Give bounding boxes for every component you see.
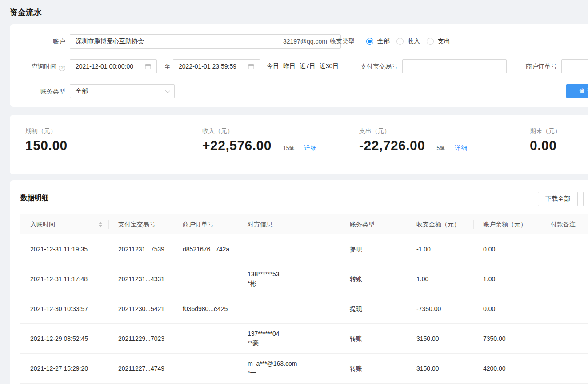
cell-amount-text: 3150.00 (416, 334, 473, 344)
cell-note (541, 354, 588, 383)
cell-time-text: 2021-12-31 11:17:48 (30, 275, 108, 284)
closing-label: 期末（元） (530, 127, 561, 135)
radio-expense-icon (427, 38, 434, 45)
caret-down-icon (99, 225, 102, 227)
summary-divider (180, 126, 180, 162)
col-header-time: 入账时间 (20, 214, 108, 234)
help-icon[interactable]: ? (59, 65, 65, 71)
time-label-text: 查询时间 (32, 63, 56, 70)
cell-balance: 4200.00 (473, 354, 541, 383)
date-to-input[interactable]: 2022-01-01 23:59:59 (173, 59, 260, 73)
download-all-button[interactable]: 下载全部 (538, 192, 578, 206)
cell-note (541, 264, 588, 294)
biz-type-select[interactable]: 全部 (70, 84, 175, 98)
radio-income[interactable]: 收入 (396, 37, 420, 45)
cell-trade-no-text: 20211230...5421 (118, 304, 173, 314)
summary-panel: 期初（元） 150.00 收入（元） +22,576.00 15笔 详细 支出（… (10, 115, 588, 174)
date-from-input[interactable]: 2021-12-01 00:00:00 (70, 59, 157, 73)
cell-biz-type-text: 提现 (350, 304, 407, 314)
account-name: 深圳市鹏博爱心互助协会 (76, 37, 283, 45)
col-header-party: 对方信息 (238, 214, 340, 234)
chevron-down-icon (165, 88, 170, 93)
expense-count: 5笔 (436, 145, 445, 152)
income-value: +22,576.00 (202, 138, 272, 153)
cell-trade-no-text: 20211231...4331 (118, 275, 173, 284)
cell-trade-no: 20211229...7023 (108, 324, 173, 353)
income-detail-link[interactable]: 详细 (304, 144, 316, 152)
cell-amount-text: 1.00 (416, 275, 473, 284)
table-panel: 数据明细 下载全部 入账时间 支付宝交易号 商户订单号 对方信息 账务类型 收支… (10, 180, 588, 384)
opening-label: 期初（元） (25, 127, 56, 135)
trade-no-input[interactable] (402, 59, 507, 73)
cell-time-text: 2021-12-31 11:19:35 (30, 245, 108, 254)
cell-order-no (173, 354, 238, 383)
order-no-input[interactable] (561, 59, 588, 73)
caret-up-icon (99, 222, 102, 224)
cell-biz-type-text: 提现 (350, 245, 407, 254)
cell-biz-type: 提现 (340, 234, 407, 264)
calendar-icon (248, 63, 254, 69)
cell-note (541, 324, 588, 353)
quick-link-7days[interactable]: 近7日 (300, 62, 316, 70)
summary-divider (346, 126, 346, 162)
cell-balance: 0.00 (473, 234, 541, 264)
cell-amount: -7350.00 (407, 294, 473, 323)
cell-note (541, 294, 588, 323)
partial-button[interactable] (583, 192, 588, 206)
cell-trade-no: 20211231...4331 (108, 264, 173, 294)
radio-all[interactable]: 全部 (366, 37, 390, 45)
cell-party: 138******53*彬 (238, 264, 340, 294)
cell-trade-no: 20211227...4749 (108, 354, 173, 383)
table-title: 数据明细 (20, 194, 49, 203)
sort-icon[interactable] (99, 222, 102, 227)
quick-link-today[interactable]: 今日 (267, 62, 279, 70)
order-no-label: 商户订单号 (495, 59, 557, 73)
search-button[interactable]: 查 询 (566, 84, 588, 98)
expense-value: -22,726.00 (359, 138, 425, 153)
radio-income-icon (396, 38, 404, 45)
cell-party-line1: 137******04 (248, 329, 340, 339)
account-select[interactable]: 深圳市鹏博爱心互助协会 32197@qq.com (70, 34, 341, 49)
cell-party (238, 294, 340, 323)
closing-value-row: 0.00 (530, 138, 556, 153)
col-header-balance: 账户余额（元） (473, 214, 541, 234)
cell-time: 2021-12-29 08:52:45 (20, 324, 108, 353)
col-header-amount: 收支金额（元） (407, 214, 473, 234)
cell-balance-text: 1.00 (483, 275, 541, 284)
radio-all-icon (366, 38, 373, 45)
cell-order-no (173, 264, 238, 294)
radio-expense[interactable]: 支出 (427, 37, 450, 45)
income-value-row: +22,576.00 15笔 详细 (202, 138, 316, 153)
col-header-trade-no: 支付宝交易号 (108, 214, 173, 234)
cell-time-text: 2021-12-27 15:29:20 (30, 364, 108, 373)
calendar-icon (145, 63, 151, 69)
time-label: 查询时间? (10, 59, 65, 73)
biz-type-label: 账务类型 (10, 84, 65, 98)
table-row: 2021-12-27 15:29:20 20211227...4749 m_a*… (20, 354, 588, 384)
quick-link-yesterday[interactable]: 昨日 (283, 62, 296, 70)
col-header-order-no: 商户订单号 (173, 214, 238, 234)
cell-time: 2021-12-31 11:19:35 (20, 234, 108, 264)
cell-order-no (173, 324, 238, 353)
cell-amount: -1.00 (407, 234, 473, 264)
cell-biz-type: 转账 (340, 264, 407, 294)
cell-time: 2021-12-27 15:29:20 (20, 354, 108, 383)
cell-order-no-text: f036d980...e425 (183, 304, 238, 314)
cell-biz-type: 提现 (340, 294, 407, 323)
expense-detail-link[interactable]: 详细 (455, 144, 467, 152)
cell-balance-text: 0.00 (483, 304, 541, 314)
cell-note (541, 234, 588, 264)
closing-value: 0.00 (530, 138, 556, 153)
cell-time: 2021-12-31 11:17:48 (20, 264, 108, 294)
cell-order-no: d8521676...742a (173, 234, 238, 264)
cell-party-line2: *彬 (248, 279, 340, 288)
radio-all-label: 全部 (377, 37, 390, 45)
cell-trade-no-text: 20211231...7539 (118, 245, 173, 254)
cell-balance: 7350.00 (473, 324, 541, 353)
cell-order-no: f036d980...e425 (173, 294, 238, 323)
cell-balance-text: 7350.00 (483, 334, 541, 344)
cell-party: m_a***@163.com*一 (238, 354, 340, 383)
biz-type-value: 全部 (76, 87, 88, 95)
opening-value-row: 150.00 (25, 138, 68, 153)
date-from-value: 2021-12-01 00:00:00 (76, 63, 145, 70)
